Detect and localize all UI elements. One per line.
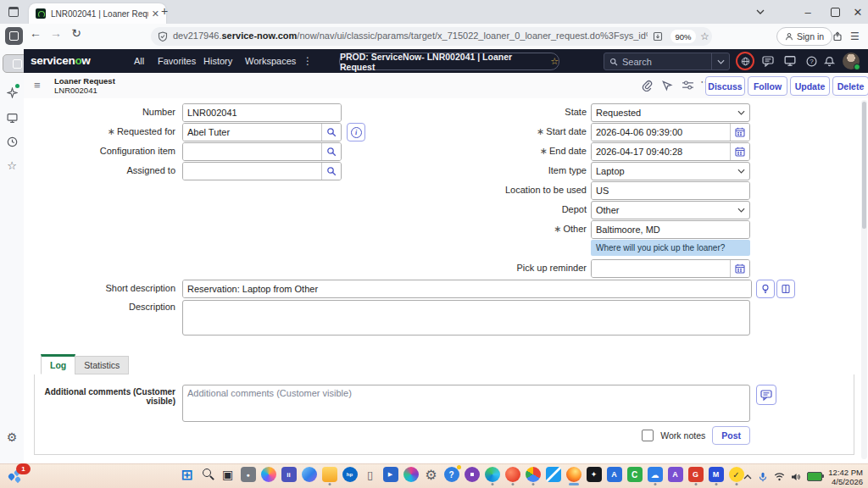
configuration-item-field[interactable] — [182, 142, 342, 161]
additional-comments-textarea[interactable] — [182, 385, 750, 422]
description-textarea[interactable] — [182, 300, 750, 336]
favorites-star-icon[interactable]: ☆ — [3, 156, 21, 175]
requested-for-input[interactable] — [183, 124, 321, 141]
discuss-button[interactable]: Discuss — [705, 76, 745, 96]
other-field[interactable] — [591, 220, 750, 239]
requested-for-field[interactable] — [182, 123, 342, 141]
minimize-button[interactable]: – — [795, 0, 821, 24]
search-scope-chevron-icon[interactable] — [711, 53, 729, 69]
scrollbar-thumb[interactable] — [862, 102, 866, 229]
favorite-star-icon[interactable]: ☆ — [700, 30, 709, 42]
history-clock-icon[interactable] — [3, 132, 21, 151]
requested-for-info-button[interactable]: i — [347, 123, 365, 141]
taskbar-chrome-icon[interactable] — [526, 467, 541, 482]
personalize-cursor-icon[interactable] — [661, 80, 673, 92]
tab-log[interactable]: Log — [41, 354, 75, 374]
taskbar-camera-icon[interactable]: ● — [241, 467, 256, 482]
address-bar[interactable]: dev217946.service-now.com/now/nav/ui/cla… — [151, 27, 712, 46]
taskbar-start-icon[interactable]: ⊞ — [180, 467, 195, 482]
taskbar-paint-3d-icon[interactable] — [403, 467, 419, 482]
sign-in-button[interactable]: Sign in — [776, 27, 832, 46]
attachment-paperclip-icon[interactable] — [641, 80, 653, 92]
global-search[interactable]: Search — [604, 53, 730, 70]
wifi-icon[interactable] — [774, 472, 785, 481]
taskbar-file-explorer-icon[interactable] — [322, 467, 337, 482]
requested-for-lookup-icon[interactable] — [321, 124, 341, 141]
tab-list-chevron-icon[interactable] — [749, 0, 771, 24]
suggestion-lightbulb-button[interactable] — [756, 280, 775, 298]
servicenow-logo[interactable]: servicenow — [31, 54, 91, 67]
install-app-icon[interactable] — [653, 31, 663, 42]
taskbar-task-view-icon[interactable]: ▣ — [220, 467, 236, 482]
context-pill[interactable]: PROD: ServiceNow- LNR002041 | Loaner Req… — [339, 53, 559, 70]
nav-history[interactable]: History — [203, 49, 232, 73]
close-button[interactable]: ✕ — [848, 0, 868, 24]
location-input[interactable] — [592, 182, 749, 199]
nav-all[interactable]: All — [134, 49, 144, 73]
pickup-reminder-calendar-icon[interactable] — [730, 260, 749, 277]
maximize-button[interactable] — [822, 0, 848, 24]
taskbar-red-circle-app-icon[interactable] — [505, 467, 520, 482]
start-date-input[interactable] — [592, 124, 730, 141]
nav-workspaces[interactable]: Workspaces — [245, 49, 296, 73]
number-field[interactable] — [182, 103, 342, 122]
taskbar-search-icon[interactable] — [200, 467, 215, 482]
delete-button[interactable]: Delete — [832, 76, 868, 96]
taskbar-purple-circle-app-icon[interactable] — [465, 467, 480, 482]
forward-button[interactable]: → — [47, 26, 64, 40]
content-scrollbar[interactable] — [861, 100, 867, 459]
activity-stream-chat-button[interactable] — [756, 385, 776, 405]
connect-chat-icon[interactable] — [760, 49, 776, 73]
taskbar-teams-icon[interactable]: ii — [281, 467, 297, 482]
pill-star-icon[interactable]: ☆ — [550, 56, 559, 67]
taskbar-phone-link-icon[interactable]: ▯ — [363, 467, 378, 482]
taskbar-films-tv-icon[interactable]: ▶ — [383, 467, 398, 482]
template-sliders-icon[interactable] — [682, 80, 694, 91]
state-select[interactable]: Requested — [591, 103, 750, 122]
volume-icon[interactable] — [791, 472, 801, 482]
record-globe-icon[interactable] — [736, 49, 754, 73]
back-button[interactable]: ← — [27, 26, 44, 40]
browser-menu-icon[interactable]: ☰ — [850, 30, 860, 42]
zoom-level-badge[interactable]: 90% — [670, 30, 696, 43]
microphone-icon[interactable] — [758, 472, 768, 482]
start-date-field[interactable] — [591, 123, 750, 141]
form-context-menu-icon[interactable]: ≡ — [34, 79, 41, 92]
assigned-to-lookup-icon[interactable] — [321, 163, 341, 180]
configuration-item-input[interactable] — [183, 143, 321, 160]
number-input[interactable] — [183, 104, 341, 121]
taskbar-firefox-icon[interactable] — [566, 467, 581, 482]
end-date-input[interactable] — [592, 143, 730, 160]
taskbar-edge-icon[interactable] — [485, 467, 500, 482]
tray-chevron-up-icon[interactable] — [743, 474, 752, 480]
user-avatar[interactable] — [841, 49, 861, 73]
assigned-to-input[interactable] — [183, 163, 321, 180]
pickup-reminder-field[interactable] — [591, 259, 750, 278]
tab-statistics[interactable]: Statistics — [75, 356, 129, 374]
taskbar-camtasia-icon[interactable]: C — [627, 467, 643, 482]
widgets-weather-icon[interactable]: 1 — [7, 467, 27, 485]
taskbar-hp-icon[interactable]: hp — [342, 467, 358, 482]
nav-favorites[interactable]: Favorites — [158, 49, 196, 73]
nav-more-kebab-icon[interactable]: ⋮ — [303, 49, 313, 73]
knowledge-search-button[interactable] — [776, 280, 795, 298]
taskbar-mcafee-icon[interactable]: M — [709, 467, 724, 482]
taskbar-settings-icon[interactable]: ⚙ — [424, 467, 439, 482]
taskbar-pdf-app-icon[interactable]: A — [607, 467, 622, 482]
taskbar-vscode-icon[interactable] — [546, 467, 561, 482]
taskbar-photos-icon[interactable] — [302, 467, 317, 482]
taskbar-dark-app-icon[interactable]: ✦ — [587, 467, 602, 482]
taskbar-authenticator-icon[interactable]: A — [668, 467, 683, 482]
browser-tab[interactable]: LNR002041 | Loaner Request | P ✕ — [29, 3, 166, 24]
refresh-button[interactable]: ↻ — [68, 26, 85, 40]
short-description-input[interactable] — [183, 280, 751, 297]
new-tab-button[interactable]: + — [161, 4, 168, 18]
tab-actions-icon[interactable] — [6, 4, 21, 19]
taskbar-g-red-app-icon[interactable]: G — [688, 467, 704, 482]
assigned-to-field[interactable] — [182, 162, 342, 180]
taskbar-check-app-icon[interactable]: ✓ — [729, 467, 744, 482]
short-description-field[interactable] — [182, 280, 752, 298]
screen-share-icon[interactable] — [3, 108, 21, 127]
end-date-field[interactable] — [591, 142, 750, 161]
notifications-bell-icon[interactable] — [821, 49, 837, 73]
